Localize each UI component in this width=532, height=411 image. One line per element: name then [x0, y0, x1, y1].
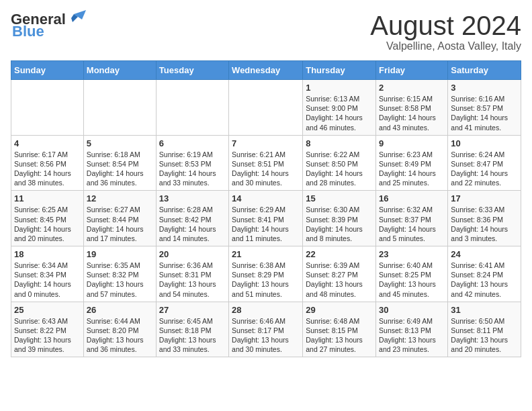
calendar-cell: 24Sunrise: 6:41 AM Sunset: 8:24 PM Dayli… — [448, 246, 521, 302]
calendar-cell: 18Sunrise: 6:34 AM Sunset: 8:34 PM Dayli… — [11, 246, 84, 302]
calendar-cell: 28Sunrise: 6:46 AM Sunset: 8:17 PM Dayli… — [229, 302, 303, 357]
day-info: Sunrise: 6:46 AM Sunset: 8:17 PM Dayligh… — [232, 316, 300, 355]
day-info: Sunrise: 6:32 AM Sunset: 8:37 PM Dayligh… — [379, 205, 445, 243]
day-number: 8 — [306, 138, 373, 148]
day-number: 14 — [232, 193, 300, 203]
day-info: Sunrise: 6:15 AM Sunset: 8:58 PM Dayligh… — [379, 94, 445, 132]
day-number: 2 — [379, 83, 445, 93]
day-info: Sunrise: 6:36 AM Sunset: 8:31 PM Dayligh… — [159, 261, 226, 299]
calendar-cell — [83, 80, 156, 136]
logo-blue-text: Blue — [12, 23, 44, 40]
day-number: 19 — [87, 249, 153, 259]
calendar-cell: 19Sunrise: 6:35 AM Sunset: 8:32 PM Dayli… — [83, 246, 156, 302]
calendar-cell: 4Sunrise: 6:17 AM Sunset: 8:56 PM Daylig… — [11, 135, 84, 191]
calendar-cell: 16Sunrise: 6:32 AM Sunset: 8:37 PM Dayli… — [376, 191, 448, 246]
day-number: 15 — [306, 193, 373, 203]
calendar-cell: 10Sunrise: 6:24 AM Sunset: 8:47 PM Dayli… — [448, 135, 521, 191]
calendar-cell: 5Sunrise: 6:18 AM Sunset: 8:54 PM Daylig… — [83, 135, 156, 191]
day-number: 30 — [379, 305, 445, 315]
day-info: Sunrise: 6:35 AM Sunset: 8:32 PM Dayligh… — [87, 261, 153, 299]
day-info: Sunrise: 6:33 AM Sunset: 8:36 PM Dayligh… — [451, 205, 518, 243]
day-number: 3 — [451, 83, 518, 93]
day-number: 31 — [451, 305, 518, 315]
week-row-3: 11Sunrise: 6:25 AM Sunset: 8:45 PM Dayli… — [11, 191, 521, 246]
day-info: Sunrise: 6:27 AM Sunset: 8:44 PM Dayligh… — [87, 205, 153, 243]
header-tuesday: Tuesday — [156, 61, 228, 80]
day-number: 29 — [306, 305, 373, 315]
day-number: 1 — [306, 83, 373, 93]
day-number: 16 — [379, 193, 445, 203]
day-info: Sunrise: 6:18 AM Sunset: 8:54 PM Dayligh… — [87, 150, 153, 188]
day-number: 18 — [14, 249, 81, 259]
day-info: Sunrise: 6:23 AM Sunset: 8:49 PM Dayligh… — [379, 150, 445, 188]
day-info: Sunrise: 6:28 AM Sunset: 8:42 PM Dayligh… — [159, 205, 226, 243]
calendar-cell — [229, 80, 303, 136]
calendar-cell: 11Sunrise: 6:25 AM Sunset: 8:45 PM Dayli… — [11, 191, 84, 246]
day-info: Sunrise: 6:17 AM Sunset: 8:56 PM Dayligh… — [14, 150, 81, 188]
day-info: Sunrise: 6:34 AM Sunset: 8:34 PM Dayligh… — [14, 261, 81, 299]
day-number: 5 — [87, 138, 153, 148]
calendar-cell — [11, 80, 84, 136]
day-info: Sunrise: 6:30 AM Sunset: 8:39 PM Dayligh… — [306, 205, 373, 243]
day-number: 20 — [159, 249, 226, 259]
day-info: Sunrise: 6:45 AM Sunset: 8:18 PM Dayligh… — [159, 316, 226, 355]
day-number: 11 — [14, 193, 81, 203]
header-wednesday: Wednesday — [229, 61, 303, 80]
calendar-cell: 17Sunrise: 6:33 AM Sunset: 8:36 PM Dayli… — [448, 191, 521, 246]
calendar-cell: 30Sunrise: 6:49 AM Sunset: 8:13 PM Dayli… — [376, 302, 448, 357]
day-number: 26 — [87, 305, 153, 315]
calendar-header-row: SundayMondayTuesdayWednesdayThursdayFrid… — [11, 61, 521, 80]
calendar-cell: 3Sunrise: 6:16 AM Sunset: 8:57 PM Daylig… — [448, 80, 521, 136]
day-number: 13 — [159, 193, 226, 203]
day-info: Sunrise: 6:29 AM Sunset: 8:41 PM Dayligh… — [232, 205, 300, 243]
calendar-cell: 23Sunrise: 6:40 AM Sunset: 8:25 PM Dayli… — [376, 246, 448, 302]
header-friday: Friday — [376, 61, 448, 80]
month-title: August 2024 — [370, 11, 521, 40]
title-block: August 2024 Valpelline, Aosta Valley, It… — [370, 11, 521, 52]
day-number: 4 — [14, 138, 81, 148]
day-info: Sunrise: 6:21 AM Sunset: 8:51 PM Dayligh… — [232, 150, 300, 188]
day-info: Sunrise: 6:40 AM Sunset: 8:25 PM Dayligh… — [379, 261, 445, 299]
calendar-table: SundayMondayTuesdayWednesdayThursdayFrid… — [11, 60, 521, 357]
day-number: 17 — [451, 193, 518, 203]
day-info: Sunrise: 6:39 AM Sunset: 8:27 PM Dayligh… — [306, 261, 373, 299]
calendar-cell: 22Sunrise: 6:39 AM Sunset: 8:27 PM Dayli… — [303, 246, 376, 302]
day-info: Sunrise: 6:16 AM Sunset: 8:57 PM Dayligh… — [451, 94, 518, 132]
day-number: 25 — [14, 305, 81, 315]
day-info: Sunrise: 6:22 AM Sunset: 8:50 PM Dayligh… — [306, 150, 373, 188]
calendar-cell: 20Sunrise: 6:36 AM Sunset: 8:31 PM Dayli… — [156, 246, 228, 302]
day-info: Sunrise: 6:24 AM Sunset: 8:47 PM Dayligh… — [451, 150, 518, 188]
calendar-cell: 31Sunrise: 6:50 AM Sunset: 8:11 PM Dayli… — [448, 302, 521, 357]
day-number: 21 — [232, 249, 300, 259]
calendar-cell: 12Sunrise: 6:27 AM Sunset: 8:44 PM Dayli… — [83, 191, 156, 246]
logo: General Blue — [11, 11, 86, 40]
day-info: Sunrise: 6:25 AM Sunset: 8:45 PM Dayligh… — [14, 205, 81, 243]
day-info: Sunrise: 6:43 AM Sunset: 8:22 PM Dayligh… — [14, 316, 81, 355]
header-sunday: Sunday — [11, 61, 84, 80]
header-monday: Monday — [83, 61, 156, 80]
calendar-cell: 15Sunrise: 6:30 AM Sunset: 8:39 PM Dayli… — [303, 191, 376, 246]
calendar-cell: 6Sunrise: 6:19 AM Sunset: 8:53 PM Daylig… — [156, 135, 228, 191]
calendar-cell: 21Sunrise: 6:38 AM Sunset: 8:29 PM Dayli… — [229, 246, 303, 302]
week-row-5: 25Sunrise: 6:43 AM Sunset: 8:22 PM Dayli… — [11, 302, 521, 357]
calendar-cell: 26Sunrise: 6:44 AM Sunset: 8:20 PM Dayli… — [83, 302, 156, 357]
calendar-cell: 27Sunrise: 6:45 AM Sunset: 8:18 PM Dayli… — [156, 302, 228, 357]
day-info: Sunrise: 6:44 AM Sunset: 8:20 PM Dayligh… — [87, 316, 153, 355]
calendar-cell: 2Sunrise: 6:15 AM Sunset: 8:58 PM Daylig… — [376, 80, 448, 136]
day-number: 10 — [451, 138, 518, 148]
day-number: 24 — [451, 249, 518, 259]
day-info: Sunrise: 6:38 AM Sunset: 8:29 PM Dayligh… — [232, 261, 300, 299]
day-info: Sunrise: 6:50 AM Sunset: 8:11 PM Dayligh… — [451, 316, 518, 355]
calendar-cell: 7Sunrise: 6:21 AM Sunset: 8:51 PM Daylig… — [229, 135, 303, 191]
day-info: Sunrise: 6:19 AM Sunset: 8:53 PM Dayligh… — [159, 150, 226, 188]
day-info: Sunrise: 6:13 AM Sunset: 9:00 PM Dayligh… — [306, 94, 373, 132]
week-row-2: 4Sunrise: 6:17 AM Sunset: 8:56 PM Daylig… — [11, 135, 521, 191]
calendar-cell: 14Sunrise: 6:29 AM Sunset: 8:41 PM Dayli… — [229, 191, 303, 246]
day-number: 27 — [159, 305, 226, 315]
page-header: General Blue August 2024 Valpelline, Aos… — [11, 11, 521, 52]
day-number: 28 — [232, 305, 300, 315]
day-info: Sunrise: 6:48 AM Sunset: 8:15 PM Dayligh… — [306, 316, 373, 355]
week-row-1: 1Sunrise: 6:13 AM Sunset: 9:00 PM Daylig… — [11, 80, 521, 136]
day-number: 23 — [379, 249, 445, 259]
calendar-cell: 29Sunrise: 6:48 AM Sunset: 8:15 PM Dayli… — [303, 302, 376, 357]
